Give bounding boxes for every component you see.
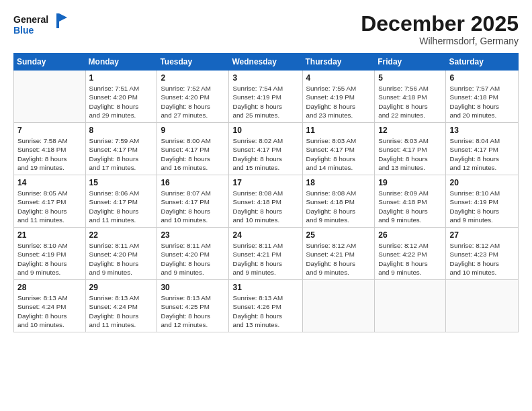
day-number: 5 [378, 73, 442, 83]
calendar-cell: 5Sunrise: 7:56 AMSunset: 4:18 PMDaylight… [375, 71, 446, 123]
day-info: Sunrise: 8:05 AMSunset: 4:17 PMDaylight:… [17, 189, 82, 224]
calendar-cell: 27Sunrise: 8:12 AMSunset: 4:23 PMDayligh… [446, 228, 519, 280]
day-info: Sunrise: 8:04 AMSunset: 4:17 PMDaylight:… [449, 136, 515, 172]
calendar-cell: 7Sunrise: 7:58 AMSunset: 4:18 PMDaylight… [14, 123, 86, 175]
day-info: Sunrise: 8:11 AMSunset: 4:20 PMDaylight:… [161, 241, 225, 277]
day-number: 20 [449, 178, 515, 187]
day-number: 24 [232, 230, 298, 240]
day-info: Sunrise: 8:11 AMSunset: 4:20 PMDaylight:… [89, 241, 154, 277]
day-info: Sunrise: 8:13 AMSunset: 4:25 PMDaylight:… [161, 293, 225, 329]
calendar-cell: 1Sunrise: 7:51 AMSunset: 4:20 PMDaylight… [85, 71, 157, 123]
logo-icon: General Blue [13, 12, 67, 38]
day-number: 16 [161, 178, 225, 187]
calendar-cell: 9Sunrise: 8:00 AMSunset: 4:17 PMDaylight… [157, 123, 229, 175]
calendar-cell: 14Sunrise: 8:05 AMSunset: 4:17 PMDayligh… [14, 175, 86, 228]
day-number: 11 [306, 126, 371, 135]
weekday-wednesday: Wednesday [229, 54, 302, 71]
day-info: Sunrise: 7:57 AMSunset: 4:18 PMDaylight:… [449, 84, 515, 120]
calendar-cell: 26Sunrise: 8:12 AMSunset: 4:22 PMDayligh… [375, 228, 446, 280]
calendar-cell: 16Sunrise: 8:07 AMSunset: 4:17 PMDayligh… [157, 175, 229, 228]
weekday-thursday: Thursday [302, 54, 375, 71]
day-number: 23 [161, 230, 225, 240]
calendar-cell [446, 280, 519, 332]
calendar-cell: 24Sunrise: 8:11 AMSunset: 4:21 PMDayligh… [229, 228, 302, 280]
location: Wilhermsdorf, Germany [361, 36, 519, 46]
day-number: 1 [89, 73, 154, 83]
day-info: Sunrise: 8:08 AMSunset: 4:18 PMDaylight:… [306, 189, 371, 224]
calendar-cell: 13Sunrise: 8:04 AMSunset: 4:17 PMDayligh… [446, 123, 519, 175]
svg-text:Blue: Blue [13, 25, 34, 36]
calendar-cell: 31Sunrise: 8:13 AMSunset: 4:26 PMDayligh… [229, 280, 302, 332]
calendar-cell: 8Sunrise: 7:59 AMSunset: 4:17 PMDaylight… [85, 123, 157, 175]
calendar-cell: 15Sunrise: 8:06 AMSunset: 4:17 PMDayligh… [85, 175, 157, 228]
day-info: Sunrise: 8:12 AMSunset: 4:21 PMDaylight:… [306, 241, 371, 277]
calendar-week-1: 1Sunrise: 7:51 AMSunset: 4:20 PMDaylight… [14, 71, 519, 123]
calendar-cell: 4Sunrise: 7:55 AMSunset: 4:19 PMDaylight… [302, 71, 375, 123]
day-number: 21 [17, 230, 82, 240]
weekday-tuesday: Tuesday [157, 54, 229, 71]
calendar-cell: 30Sunrise: 8:13 AMSunset: 4:25 PMDayligh… [157, 280, 229, 332]
day-info: Sunrise: 8:13 AMSunset: 4:24 PMDaylight:… [17, 293, 82, 329]
day-info: Sunrise: 8:11 AMSunset: 4:21 PMDaylight:… [232, 241, 298, 277]
day-number: 9 [161, 126, 225, 135]
day-number: 3 [232, 73, 298, 83]
title-block: December 2025 Wilhermsdorf, Germany [361, 12, 519, 46]
calendar-week-5: 28Sunrise: 8:13 AMSunset: 4:24 PMDayligh… [14, 280, 519, 332]
month-title: December 2025 [361, 12, 519, 36]
svg-marker-2 [59, 13, 67, 21]
calendar-cell: 6Sunrise: 7:57 AMSunset: 4:18 PMDaylight… [446, 71, 519, 123]
day-info: Sunrise: 8:09 AMSunset: 4:18 PMDaylight:… [378, 189, 442, 224]
day-info: Sunrise: 7:51 AMSunset: 4:20 PMDaylight:… [89, 84, 154, 120]
day-info: Sunrise: 7:55 AMSunset: 4:19 PMDaylight:… [306, 84, 371, 120]
calendar-cell: 3Sunrise: 7:54 AMSunset: 4:19 PMDaylight… [229, 71, 302, 123]
weekday-header-row: SundayMondayTuesdayWednesdayThursdayFrid… [14, 54, 519, 71]
day-number: 4 [306, 73, 371, 83]
day-number: 13 [449, 126, 515, 135]
weekday-monday: Monday [85, 54, 157, 71]
day-info: Sunrise: 8:13 AMSunset: 4:24 PMDaylight:… [89, 293, 154, 329]
calendar-cell: 25Sunrise: 8:12 AMSunset: 4:21 PMDayligh… [302, 228, 375, 280]
calendar-week-4: 21Sunrise: 8:10 AMSunset: 4:19 PMDayligh… [14, 228, 519, 280]
calendar-cell: 20Sunrise: 8:10 AMSunset: 4:19 PMDayligh… [446, 175, 519, 228]
calendar-cell: 22Sunrise: 8:11 AMSunset: 4:20 PMDayligh… [85, 228, 157, 280]
day-number: 14 [17, 178, 82, 187]
day-info: Sunrise: 8:10 AMSunset: 4:19 PMDaylight:… [17, 241, 82, 277]
day-info: Sunrise: 7:52 AMSunset: 4:20 PMDaylight:… [161, 84, 225, 120]
day-info: Sunrise: 7:59 AMSunset: 4:17 PMDaylight:… [89, 136, 154, 172]
day-info: Sunrise: 8:03 AMSunset: 4:17 PMDaylight:… [378, 136, 442, 172]
calendar-cell: 11Sunrise: 8:03 AMSunset: 4:17 PMDayligh… [302, 123, 375, 175]
weekday-friday: Friday [375, 54, 446, 71]
day-number: 8 [89, 126, 154, 135]
day-info: Sunrise: 8:08 AMSunset: 4:18 PMDaylight:… [232, 189, 298, 224]
calendar-cell: 2Sunrise: 7:52 AMSunset: 4:20 PMDaylight… [157, 71, 229, 123]
day-info: Sunrise: 8:12 AMSunset: 4:22 PMDaylight:… [378, 241, 442, 277]
calendar-cell: 28Sunrise: 8:13 AMSunset: 4:24 PMDayligh… [14, 280, 86, 332]
day-number: 26 [378, 230, 442, 240]
calendar-cell: 18Sunrise: 8:08 AMSunset: 4:18 PMDayligh… [302, 175, 375, 228]
svg-rect-3 [56, 13, 59, 28]
calendar-cell: 12Sunrise: 8:03 AMSunset: 4:17 PMDayligh… [375, 123, 446, 175]
day-number: 19 [378, 178, 442, 187]
calendar-cell: 10Sunrise: 8:02 AMSunset: 4:17 PMDayligh… [229, 123, 302, 175]
day-number: 6 [449, 73, 515, 83]
day-info: Sunrise: 8:07 AMSunset: 4:17 PMDaylight:… [161, 189, 225, 224]
day-number: 7 [17, 126, 82, 135]
calendar-cell: 23Sunrise: 8:11 AMSunset: 4:20 PMDayligh… [157, 228, 229, 280]
calendar-cell: 19Sunrise: 8:09 AMSunset: 4:18 PMDayligh… [375, 175, 446, 228]
day-number: 28 [17, 283, 82, 292]
day-info: Sunrise: 8:10 AMSunset: 4:19 PMDaylight:… [449, 189, 515, 224]
day-info: Sunrise: 8:06 AMSunset: 4:17 PMDaylight:… [89, 189, 154, 224]
calendar-cell [302, 280, 375, 332]
page: General Blue December 2025 Wilhermsdorf,… [0, 0, 532, 411]
day-number: 17 [232, 178, 298, 187]
day-number: 22 [89, 230, 154, 240]
calendar-week-2: 7Sunrise: 7:58 AMSunset: 4:18 PMDaylight… [14, 123, 519, 175]
day-info: Sunrise: 8:03 AMSunset: 4:17 PMDaylight:… [306, 136, 371, 172]
weekday-saturday: Saturday [446, 54, 519, 71]
day-info: Sunrise: 8:12 AMSunset: 4:23 PMDaylight:… [449, 241, 515, 277]
calendar-cell: 17Sunrise: 8:08 AMSunset: 4:18 PMDayligh… [229, 175, 302, 228]
weekday-sunday: Sunday [14, 54, 86, 71]
day-number: 2 [161, 73, 225, 83]
day-info: Sunrise: 8:02 AMSunset: 4:17 PMDaylight:… [232, 136, 298, 172]
day-number: 27 [449, 230, 515, 240]
